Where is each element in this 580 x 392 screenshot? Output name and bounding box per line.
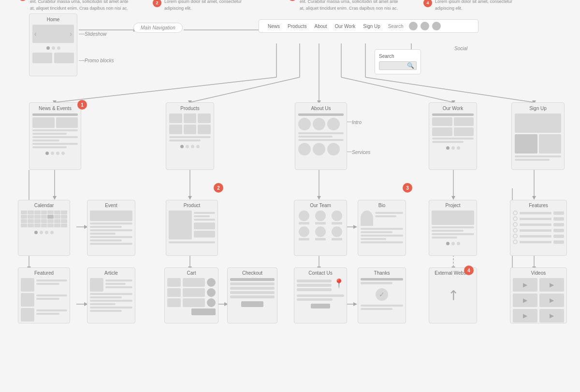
features-card: Features (510, 200, 567, 256)
svg-line-15 (341, 77, 453, 102)
search-dropdown: Search 🔍 (375, 49, 421, 74)
promo-line (79, 60, 85, 61)
calendar-card: Calendar (18, 200, 70, 256)
svg-marker-41 (353, 302, 357, 306)
our-team-title: Our Team (297, 203, 344, 208)
products-title: Products (169, 106, 211, 111)
article-card: Article (87, 267, 135, 323)
nav-about[interactable]: About (314, 24, 327, 29)
contact-us-card: Contact Us 📍 (294, 267, 347, 323)
main-nav-text: Main Navigation (141, 25, 175, 30)
main-nav-label: Main Navigation (133, 23, 183, 33)
cart-card: Cart (164, 267, 218, 323)
about-us-title: About Us (298, 106, 344, 111)
cart-title: Cart (167, 270, 216, 276)
footnote-badge-4: 4 (423, 0, 432, 7)
nav-social-2 (420, 22, 429, 30)
contact-us-title: Contact Us (297, 270, 344, 276)
project-card: Project (429, 200, 477, 256)
badge-2: 2 (214, 183, 223, 193)
our-work-title: Our Work (432, 106, 474, 111)
footnote-4: 4 Lorem ipsum dolor sit amet, consectetu… (423, 0, 530, 12)
home-title: Home (32, 17, 74, 22)
slideshow-label: Slideshow (85, 31, 107, 37)
videos-card: Videos ▶ ▶ ▶ ▶ ▶ ▶ (510, 267, 567, 323)
event-title: Event (90, 203, 132, 208)
badge-1: 1 (77, 100, 87, 110)
footnote-text-2: Lorem ipsum dolor sit amet, consectetur … (164, 0, 259, 12)
svg-marker-29 (188, 196, 192, 200)
bio-card: Bio (358, 200, 406, 256)
footnote-badge-1: 1 (18, 0, 27, 1)
svg-marker-43 (451, 196, 455, 200)
calendar-title: Calendar (21, 203, 67, 208)
svg-line-18 (365, 77, 534, 102)
footnote-badge-2: 2 (153, 0, 161, 7)
bio-title: Bio (361, 203, 403, 208)
videos-title: Videos (513, 270, 564, 276)
footnote-text-3: Lorem ipsum dolor sit amet, consectetur … (300, 0, 404, 12)
footnote-2: 2 Lorem ipsum dolor sit amet, consectetu… (153, 0, 259, 12)
article-title: Article (90, 270, 132, 276)
svg-marker-21 (53, 196, 57, 200)
svg-marker-47 (532, 196, 536, 200)
svg-marker-35 (317, 196, 321, 200)
services-label: Services (352, 150, 370, 155)
featured-title: Featured (21, 270, 67, 276)
sign-up-title: Sign Up (515, 106, 561, 111)
slideshow-line (79, 34, 85, 34)
footnote-1: 1 Lorem ipsum dolor sit amet, consectetu… (18, 0, 134, 12)
nav-search[interactable]: Search (388, 24, 404, 29)
nav-bar: News Products About Our Work Sign Up Sea… (259, 19, 478, 33)
svg-marker-39 (353, 225, 357, 229)
news-events-card: News & Events (29, 102, 81, 170)
social-label: Social (454, 46, 467, 51)
products-card: Products (166, 102, 214, 170)
our-work-card: Our Work (429, 102, 477, 170)
our-team-card: Our Team (294, 200, 347, 256)
svg-line-10 (190, 77, 300, 102)
intro-label: Intro (352, 120, 362, 125)
event-card: Event (87, 200, 135, 256)
features-title: Features (513, 203, 564, 208)
nav-sign-up[interactable]: Sign Up (363, 24, 380, 29)
footnote-text-1: Lorem ipsum dolor sit amet, consectetur … (30, 0, 134, 12)
about-us-card: About Us (295, 102, 347, 170)
product-card: Product (166, 200, 218, 256)
nav-products[interactable]: Products (288, 24, 306, 29)
nav-news[interactable]: News (268, 24, 280, 29)
project-title: Project (432, 203, 474, 208)
product-title: Product (169, 203, 215, 208)
badge-3: 3 (403, 183, 412, 193)
badge-4: 4 (464, 266, 474, 275)
news-events-title: News & Events (32, 106, 78, 111)
home-card: Home ‹ › (29, 14, 77, 76)
featured-card: Featured (18, 267, 70, 323)
nav-our-work[interactable]: Our Work (335, 24, 356, 29)
sign-up-card: Sign Up (511, 102, 565, 170)
nav-social-3 (432, 22, 441, 30)
footnote-text-4: Lorem ipsum dolor sit amet, consectetur … (435, 0, 530, 12)
main-container: Home ‹ › Slideshow Promo blocks Main Nav… (0, 0, 580, 19)
thanks-card: Thanks ✓ (358, 267, 406, 323)
svg-line-7 (55, 77, 276, 102)
promo-label: Promo blocks (85, 58, 114, 63)
footnote-3: 3 Lorem ipsum dolor sit amet, consectetu… (288, 0, 404, 12)
external-website-card: External Website ↗ (429, 267, 477, 323)
footnote-badge-3: 3 (288, 0, 297, 1)
nav-social-1 (409, 22, 418, 30)
checkout-card: Checkout (227, 267, 277, 323)
checkout-title: Checkout (230, 270, 275, 276)
thanks-title: Thanks (361, 270, 403, 276)
search-dropdown-title: Search (379, 54, 417, 59)
